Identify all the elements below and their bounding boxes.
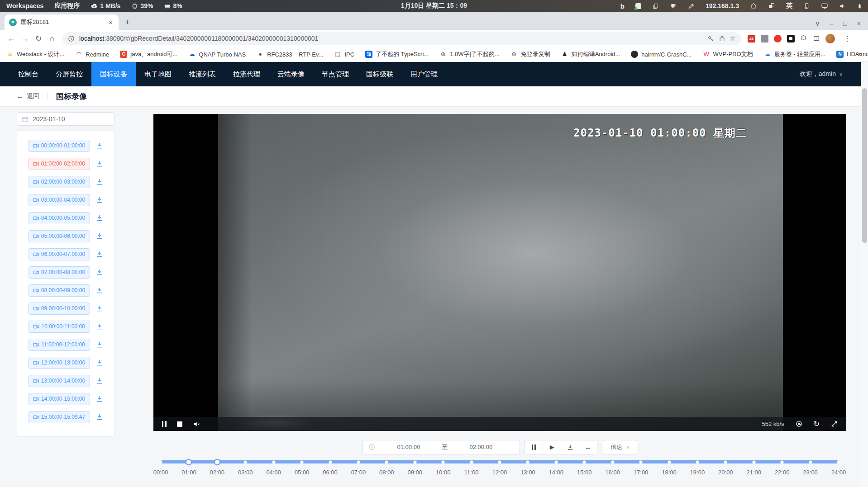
- workspaces-button[interactable]: Workspaces: [6, 2, 43, 9]
- timeline-dot[interactable]: [300, 460, 304, 463]
- bookmark-item[interactable]: W WVP-PRO文档: [703, 50, 753, 58]
- window-minimize-button[interactable]: –: [830, 20, 834, 27]
- timeline-dot[interactable]: [329, 460, 332, 463]
- record-segment-button[interactable]: 15:00:00-15:09:47: [29, 411, 90, 423]
- nav-tab[interactable]: 国标级联: [358, 62, 402, 86]
- bookmark-item[interactable]: hairrrrr/C-CrashC...: [631, 51, 692, 58]
- record-segment-button[interactable]: 10:00:00-11:00:00: [29, 321, 90, 333]
- workspace-switcher-icon[interactable]: [768, 2, 775, 9]
- record-download-button[interactable]: [96, 251, 103, 258]
- tray-notes-icon[interactable]: [635, 3, 641, 9]
- record-segment-button[interactable]: 14:00:00-15:00:00: [29, 393, 90, 405]
- bookmark-item[interactable]: ☁ QNAP Turbo NAS: [188, 51, 246, 58]
- snapshot-icon[interactable]: [796, 421, 802, 427]
- bookmark-item[interactable]: ☁ 服务器 - 轻量应用...: [764, 50, 825, 58]
- record-download-button[interactable]: [96, 395, 103, 402]
- language-indicator[interactable]: 英: [786, 2, 792, 10]
- bookmark-item[interactable]: ⊕ 免登录复制: [510, 50, 550, 58]
- record-download-button[interactable]: [96, 196, 103, 203]
- record-download-button[interactable]: [96, 160, 103, 167]
- timeline-dot[interactable]: [272, 460, 275, 463]
- timeline-dot[interactable]: [611, 460, 614, 463]
- record-segment-button[interactable]: 05:00:00-06:00:00: [29, 230, 90, 242]
- record-segment-button[interactable]: 12:00:00-13:00:00: [29, 357, 90, 369]
- user-menu[interactable]: 欢迎，admin ∨: [800, 70, 861, 78]
- window-menu-button[interactable]: ∨: [815, 20, 820, 27]
- extension-js-icon[interactable]: JS: [748, 35, 755, 43]
- site-info-icon[interactable]: [68, 35, 75, 42]
- home-icon[interactable]: [750, 2, 757, 9]
- record-download-button[interactable]: [96, 178, 103, 185]
- battery-icon[interactable]: [857, 2, 863, 10]
- timeline-dot[interactable]: [724, 460, 727, 463]
- window-restore-button[interactable]: □: [843, 20, 847, 27]
- tray-app-icon[interactable]: b: [620, 2, 625, 10]
- timeline-dot[interactable]: [781, 460, 784, 463]
- player-mute-icon[interactable]: [193, 421, 200, 428]
- timeline-dot[interactable]: [498, 460, 501, 463]
- record-download-button[interactable]: [96, 359, 103, 366]
- player-stop-button[interactable]: [177, 421, 182, 427]
- timeline-handle[interactable]: [214, 459, 220, 465]
- record-segment-button[interactable]: 02:00:00-03:00:00: [29, 176, 90, 188]
- nav-tab[interactable]: 节点管理: [313, 62, 358, 86]
- bookmark-item[interactable]: ♟ 如何编译Android...: [561, 50, 620, 58]
- timeline-dot[interactable]: [752, 460, 755, 463]
- nav-tab[interactable]: 控制台: [10, 62, 47, 86]
- bookmark-item[interactable]: C java、android可...: [120, 50, 177, 58]
- record-segment-button[interactable]: 11:00:00-12:00:00: [29, 339, 90, 351]
- split-view-icon[interactable]: [813, 35, 820, 42]
- bookmark-item[interactable]: ≋ Webstack - 设计...: [6, 50, 64, 58]
- player-pause-button[interactable]: [162, 421, 167, 427]
- fullscreen-icon[interactable]: [831, 421, 838, 427]
- browser-menu-button[interactable]: ⋮: [840, 34, 855, 43]
- record-download-button[interactable]: [96, 305, 103, 312]
- record-download-button[interactable]: [96, 269, 103, 276]
- browser-forward-button[interactable]: →: [18, 34, 32, 43]
- timeline-dot[interactable]: [554, 460, 558, 463]
- record-download-button[interactable]: [96, 377, 103, 384]
- address-bar[interactable]: localhost:38080/#/gbRecordDetail/3402000…: [62, 32, 741, 45]
- player-refresh-icon[interactable]: ↻: [814, 421, 820, 428]
- clock[interactable]: 1月10日 星期二 15：09: [401, 2, 467, 10]
- tab-close-button[interactable]: ×: [107, 19, 114, 26]
- nav-tab[interactable]: 用户管理: [402, 62, 446, 86]
- bookmark-item[interactable]: ⊕ 1.8W字|了不起的...: [439, 50, 500, 58]
- url-text[interactable]: localhost:38080/#/gbRecordDetail/3402000…: [79, 35, 703, 42]
- timeline-dot[interactable]: [809, 460, 812, 463]
- profile-avatar[interactable]: [825, 34, 835, 43]
- timeline-dot[interactable]: [837, 460, 840, 463]
- record-download-button[interactable]: [96, 323, 103, 330]
- pause-button[interactable]: [525, 440, 543, 454]
- bookmarks-overflow-button[interactable]: »: [858, 50, 864, 57]
- record-download-button[interactable]: [96, 413, 103, 421]
- nav-tab[interactable]: 电子地图: [136, 62, 180, 86]
- download-button[interactable]: [561, 440, 579, 454]
- record-download-button[interactable]: [96, 232, 103, 240]
- ip-address-label[interactable]: 192.168.1.3: [706, 2, 739, 9]
- extension-adblock-icon[interactable]: [774, 35, 782, 43]
- timeline-dot[interactable]: [583, 460, 586, 463]
- nav-tab[interactable]: 国标设备: [91, 62, 136, 86]
- extension-gray-icon[interactable]: [761, 35, 768, 43]
- timeline-dot[interactable]: [159, 460, 162, 463]
- volume-icon[interactable]: [839, 3, 846, 9]
- timeline-dot[interactable]: [413, 460, 416, 463]
- record-segment-button[interactable]: 08:00:00-09:00:00: [29, 284, 90, 297]
- record-download-button[interactable]: [96, 287, 103, 294]
- record-download-button[interactable]: [96, 341, 103, 348]
- back-button[interactable]: ← 返回: [16, 92, 39, 100]
- bookmark-item[interactable]: 知 了不起的 TypeScri...: [365, 50, 429, 58]
- play-button[interactable]: ▶: [543, 440, 561, 454]
- record-segment-button[interactable]: 09:00:00-10:00:00: [29, 303, 90, 315]
- record-segment-button[interactable]: 01:00:00-02:00:00: [29, 158, 90, 170]
- phone-link-icon[interactable]: [803, 3, 810, 9]
- browser-home-button[interactable]: ⌂: [45, 34, 59, 43]
- timeline-dot[interactable]: [244, 460, 247, 463]
- timeline-track[interactable]: [161, 460, 839, 463]
- timeline-dot[interactable]: [442, 460, 445, 463]
- nav-tab[interactable]: 拉流代理: [224, 62, 269, 86]
- timeline-dot[interactable]: [357, 460, 360, 463]
- nav-tab[interactable]: 推流列表: [180, 62, 224, 86]
- page-scrollbar[interactable]: [861, 62, 868, 487]
